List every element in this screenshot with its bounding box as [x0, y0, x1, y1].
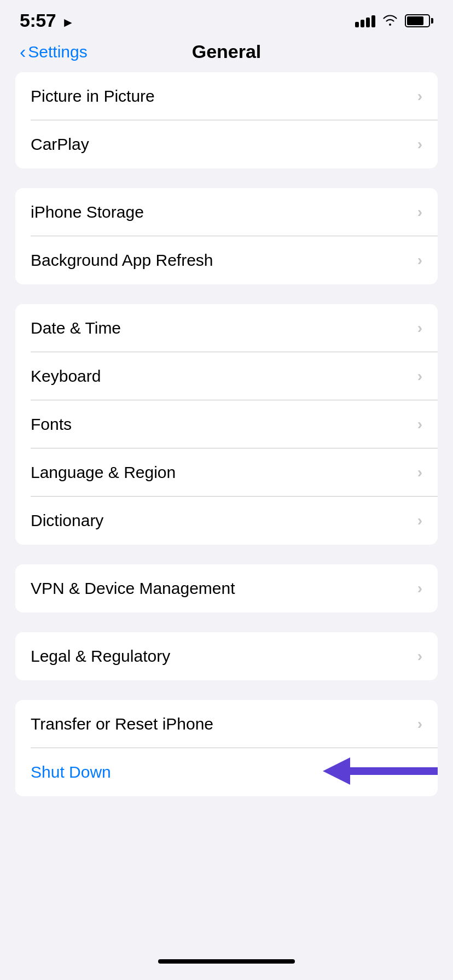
transfer-reset-label: Transfer or Reset iPhone: [31, 715, 213, 733]
chevron-right-icon: ›: [417, 136, 422, 153]
chevron-right-icon: ›: [417, 88, 422, 105]
chevron-right-icon: ›: [417, 580, 422, 597]
chevron-right-icon: ›: [417, 252, 422, 269]
fonts-label: Fonts: [31, 415, 72, 434]
chevron-right-icon: ›: [417, 715, 422, 733]
signal-icon: [355, 14, 375, 27]
background-app-refresh-label: Background App Refresh: [31, 251, 213, 270]
list-item-carplay[interactable]: CarPlay ›: [15, 120, 438, 168]
legal-label: Legal & Regulatory: [31, 647, 170, 666]
dictionary-label: Dictionary: [31, 511, 103, 530]
list-item-keyboard[interactable]: Keyboard ›: [15, 352, 438, 400]
list-item-transfer-reset[interactable]: Transfer or Reset iPhone ›: [15, 700, 438, 748]
location-icon: ►: [62, 15, 75, 30]
keyboard-label: Keyboard: [31, 367, 101, 386]
chevron-right-icon: ›: [417, 416, 422, 433]
shut-down-label: Shut Down: [31, 763, 111, 781]
list-item-picture-in-picture[interactable]: Picture in Picture ›: [15, 72, 438, 120]
back-button[interactable]: ‹ Settings: [20, 41, 88, 62]
chevron-right-icon: ›: [417, 203, 422, 221]
signal-bar-2: [361, 20, 364, 27]
list-item-dictionary[interactable]: Dictionary ›: [15, 497, 438, 545]
vpn-label: VPN & Device Management: [31, 579, 235, 598]
chevron-right-icon: ›: [417, 368, 422, 385]
back-chevron-icon: ‹: [20, 41, 26, 62]
battery-icon: [405, 14, 433, 27]
signal-bar-3: [366, 18, 370, 27]
section-storage: iPhone Storage › Background App Refresh …: [15, 188, 438, 284]
chevron-right-icon: ›: [417, 319, 422, 337]
section-pip-carplay: Picture in Picture › CarPlay ›: [15, 72, 438, 168]
section-reset: Transfer or Reset iPhone › Shut Down: [15, 700, 438, 796]
list-item-iphone-storage[interactable]: iPhone Storage ›: [15, 188, 438, 236]
date-time-label: Date & Time: [31, 319, 121, 337]
chevron-right-icon: ›: [417, 512, 422, 529]
section-vpn: VPN & Device Management ›: [15, 564, 438, 612]
page-title: General: [192, 41, 262, 62]
chevron-right-icon: ›: [417, 464, 422, 481]
picture-in-picture-label: Picture in Picture: [31, 87, 155, 106]
nav-bar: ‹ Settings General: [0, 36, 453, 72]
arrow-annotation: [306, 752, 438, 792]
iphone-storage-label: iPhone Storage: [31, 203, 144, 221]
list-item-vpn[interactable]: VPN & Device Management ›: [15, 564, 438, 612]
status-icons: [355, 14, 433, 28]
list-item-language-region[interactable]: Language & Region ›: [15, 448, 438, 497]
status-time: 5:57: [20, 10, 56, 31]
list-item-date-time[interactable]: Date & Time ›: [15, 304, 438, 352]
language-region-label: Language & Region: [31, 463, 176, 482]
carplay-label: CarPlay: [31, 135, 89, 154]
list-item-background-app-refresh[interactable]: Background App Refresh ›: [15, 236, 438, 284]
list-item-shut-down[interactable]: Shut Down: [15, 748, 438, 796]
section-language: Date & Time › Keyboard › Fonts › Languag…: [15, 304, 438, 545]
home-indicator: [0, 948, 453, 980]
section-legal: Legal & Regulatory ›: [15, 632, 438, 680]
signal-bar-1: [355, 22, 359, 27]
signal-bar-4: [371, 15, 375, 27]
status-bar: 5:57 ►: [0, 0, 453, 36]
list-item-fonts[interactable]: Fonts ›: [15, 400, 438, 448]
wifi-icon: [382, 14, 398, 28]
list-item-legal[interactable]: Legal & Regulatory ›: [15, 632, 438, 680]
chevron-right-icon: ›: [417, 648, 422, 665]
page-container: 5:57 ►: [0, 0, 453, 860]
svg-marker-0: [323, 757, 438, 785]
back-label: Settings: [28, 43, 87, 61]
status-time-area: 5:57 ►: [20, 10, 74, 31]
home-bar: [158, 959, 295, 964]
